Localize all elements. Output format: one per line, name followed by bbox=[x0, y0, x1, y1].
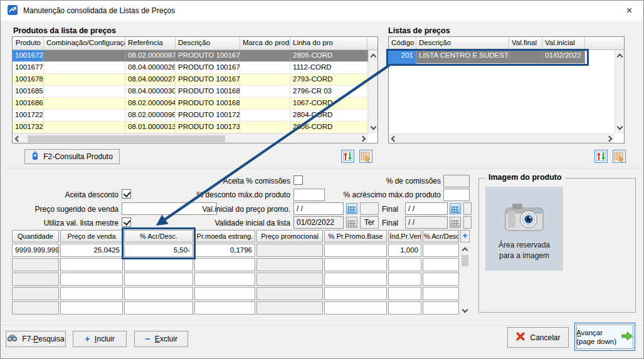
scroll-right-icon[interactable] bbox=[360, 135, 366, 142]
f7-pesquisa-button[interactable]: F7-Pesquisa bbox=[6, 331, 66, 347]
lists-vertical-scrollbar[interactable] bbox=[615, 50, 624, 133]
table-row[interactable]: 1001722 08.02.0000096 PRODUTO 1001722 28… bbox=[13, 110, 377, 122]
table-row[interactable]: 1001677 08.04.0000026 PRODUTO 1001677 11… bbox=[13, 62, 377, 74]
final-promo-input[interactable] bbox=[405, 202, 448, 215]
column-header-linha[interactable]: Linha do pro bbox=[290, 37, 367, 49]
cell[interactable] bbox=[423, 258, 459, 271]
column-header-val-inicial[interactable]: Val.inicial bbox=[542, 37, 585, 49]
table-row[interactable]: 1001686 08.02.0000094 PRODUTO 1001686 10… bbox=[13, 98, 377, 110]
acrescimo-max-input[interactable] bbox=[443, 189, 470, 201]
validade-inicial-input[interactable] bbox=[293, 216, 344, 229]
add-column-button[interactable]: + bbox=[460, 230, 470, 242]
products-horizontal-scrollbar[interactable] bbox=[13, 133, 368, 143]
cell[interactable] bbox=[324, 301, 387, 315]
aceita-desconto-checkbox[interactable] bbox=[122, 189, 131, 199]
lists-horizontal-scrollbar[interactable] bbox=[389, 133, 615, 143]
cell[interactable] bbox=[194, 287, 255, 300]
scroll-up-icon[interactable] bbox=[370, 54, 376, 60]
cell[interactable] bbox=[12, 287, 59, 300]
cell[interactable] bbox=[12, 273, 59, 286]
final-lista-input[interactable] bbox=[405, 216, 448, 229]
avancar-button[interactable]: Avançar (page down) bbox=[574, 323, 635, 351]
val-inicial-promo-input[interactable] bbox=[293, 202, 344, 215]
utiliza-mestre-checkbox[interactable] bbox=[122, 217, 131, 227]
cell[interactable] bbox=[256, 273, 323, 286]
scroll-down-icon[interactable] bbox=[616, 124, 623, 130]
cell[interactable] bbox=[124, 301, 193, 315]
column-select-icon[interactable] bbox=[359, 150, 372, 165]
incluir-button[interactable]: + Incluir bbox=[73, 331, 127, 347]
sort-icon[interactable] bbox=[594, 150, 608, 165]
cell[interactable] bbox=[194, 273, 255, 286]
cell[interactable] bbox=[388, 258, 421, 271]
scroll-down-icon[interactable] bbox=[370, 124, 376, 130]
cell[interactable] bbox=[256, 287, 323, 300]
cell[interactable] bbox=[12, 258, 59, 271]
desconto-max-input[interactable] bbox=[293, 189, 325, 201]
column-header-produto[interactable]: Produto bbox=[13, 37, 44, 49]
cell[interactable] bbox=[256, 258, 323, 271]
scrollbar-thumb[interactable] bbox=[462, 255, 468, 266]
cell[interactable] bbox=[423, 287, 459, 300]
cell[interactable]: 5,50- bbox=[124, 244, 193, 257]
column-header-quantidade[interactable]: Quantidade bbox=[12, 230, 59, 242]
cell[interactable] bbox=[194, 258, 255, 271]
cell[interactable] bbox=[256, 244, 323, 257]
column-header-pr-moeda[interactable]: Pr.moeda estrang. bbox=[194, 230, 255, 242]
price-table-vertical-scrollbar[interactable] bbox=[460, 244, 470, 316]
calendar-icon[interactable] bbox=[346, 203, 357, 214]
column-header-descricao[interactable]: Descrição bbox=[416, 37, 509, 49]
table-row[interactable]: 1001685 08.04.0000030 PRODUTO 1001685 27… bbox=[13, 86, 377, 98]
column-header-val-final[interactable]: Val.final bbox=[509, 37, 542, 49]
cell[interactable]: 0,1796 bbox=[194, 244, 255, 257]
column-header-preco-venda[interactable]: Preço de venda bbox=[60, 230, 123, 242]
column-header-ind-pr-ven[interactable]: Índ.Pr.Ven. bbox=[388, 230, 421, 242]
cell[interactable] bbox=[60, 258, 123, 271]
calendar-icon[interactable] bbox=[450, 203, 461, 214]
column-header-referencia[interactable]: Referência bbox=[125, 37, 176, 49]
products-vertical-scrollbar[interactable] bbox=[368, 50, 377, 133]
column-header-pr-promo-base[interactable]: % Pr.Promo.Base bbox=[324, 230, 387, 242]
cell[interactable] bbox=[60, 273, 123, 286]
cell[interactable]: 25,0425 bbox=[60, 244, 123, 257]
cell[interactable] bbox=[12, 301, 59, 315]
cell[interactable] bbox=[124, 273, 193, 286]
scroll-up-icon[interactable] bbox=[462, 247, 468, 254]
cell[interactable] bbox=[124, 258, 193, 271]
column-header-acr-desc[interactable]: % Acr/Desc. bbox=[124, 230, 193, 242]
cell[interactable]: 1,000 bbox=[388, 244, 421, 257]
column-header-codigo[interactable]: Código bbox=[389, 37, 416, 49]
scroll-left-icon[interactable] bbox=[391, 135, 398, 142]
cell[interactable] bbox=[423, 244, 459, 257]
cell[interactable] bbox=[388, 273, 421, 286]
cell[interactable] bbox=[124, 287, 193, 300]
scroll-down-icon[interactable] bbox=[462, 307, 468, 313]
table-row[interactable]: 1001672 08.02.0000087 PRODUTO 1001672 28… bbox=[13, 50, 377, 62]
comissoes-input[interactable] bbox=[443, 175, 470, 187]
cell[interactable]: 9999.999,999 bbox=[12, 244, 59, 257]
cell[interactable] bbox=[60, 301, 123, 315]
cell[interactable] bbox=[423, 301, 459, 315]
aceita-comissoes-checkbox[interactable] bbox=[293, 175, 303, 185]
cell[interactable] bbox=[60, 287, 123, 300]
table-row[interactable]: 1001732 08.01.0000013 PRODUTO 1001732 28… bbox=[13, 122, 377, 133]
column-header-combinacao[interactable]: Combinação/Configuração bbox=[44, 37, 125, 49]
close-button[interactable]: × bbox=[615, 1, 643, 20]
column-header-descricao[interactable]: Descrição bbox=[176, 37, 240, 49]
table-row[interactable]: 201 LISTA CENTRO E SUDESTE 01/02/2022 bbox=[389, 50, 585, 64]
column-header-marca[interactable]: Marca do produto bbox=[240, 37, 290, 49]
cell[interactable] bbox=[423, 273, 459, 286]
cancelar-button[interactable]: Cancelar bbox=[507, 327, 569, 348]
cell[interactable] bbox=[388, 301, 421, 315]
table-row[interactable]: 1001678 08.04.0000027 PRODUTO 1001678 27… bbox=[13, 74, 377, 86]
column-select-icon[interactable] bbox=[613, 150, 626, 165]
cell[interactable] bbox=[324, 244, 387, 257]
cell[interactable] bbox=[324, 258, 387, 271]
excluir-button[interactable]: − Excluir bbox=[134, 331, 188, 347]
cell[interactable] bbox=[194, 301, 255, 315]
cell[interactable] bbox=[388, 287, 421, 300]
column-header-preco-promocional[interactable]: Preço promocional bbox=[256, 230, 323, 242]
scroll-left-icon[interactable] bbox=[15, 135, 21, 142]
column-header-acr-desc-2[interactable]: % Acr/Desc. bbox=[423, 230, 459, 242]
scroll-right-icon[interactable] bbox=[606, 135, 613, 142]
